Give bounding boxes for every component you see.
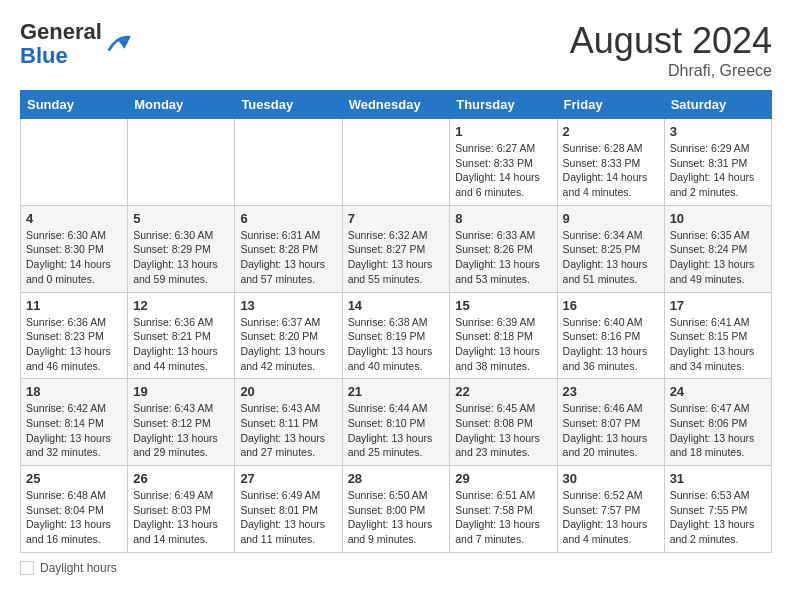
day-info: Sunrise: 6:49 AM Sunset: 8:01 PM Dayligh… <box>240 488 336 547</box>
day-number: 17 <box>670 298 766 313</box>
page-header: General Blue August 2024 Dhrafi, Greece <box>20 20 772 80</box>
month-year: August 2024 <box>570 20 772 62</box>
day-number: 31 <box>670 471 766 486</box>
day-number: 27 <box>240 471 336 486</box>
calendar-cell: 2Sunrise: 6:28 AM Sunset: 8:33 PM Daylig… <box>557 119 664 206</box>
day-number: 5 <box>133 211 229 226</box>
day-info: Sunrise: 6:37 AM Sunset: 8:20 PM Dayligh… <box>240 315 336 374</box>
day-info: Sunrise: 6:36 AM Sunset: 8:23 PM Dayligh… <box>26 315 122 374</box>
day-number: 11 <box>26 298 122 313</box>
daylight-legend-box <box>20 561 34 575</box>
day-number: 26 <box>133 471 229 486</box>
day-info: Sunrise: 6:42 AM Sunset: 8:14 PM Dayligh… <box>26 401 122 460</box>
calendar-cell: 7Sunrise: 6:32 AM Sunset: 8:27 PM Daylig… <box>342 205 450 292</box>
logo-general: General <box>20 19 102 44</box>
calendar-cell: 15Sunrise: 6:39 AM Sunset: 8:18 PM Dayli… <box>450 292 557 379</box>
day-number: 19 <box>133 384 229 399</box>
day-number: 7 <box>348 211 445 226</box>
calendar-week-row: 25Sunrise: 6:48 AM Sunset: 8:04 PM Dayli… <box>21 466 772 553</box>
calendar-cell: 10Sunrise: 6:35 AM Sunset: 8:24 PM Dayli… <box>664 205 771 292</box>
calendar-cell: 11Sunrise: 6:36 AM Sunset: 8:23 PM Dayli… <box>21 292 128 379</box>
day-header-monday: Monday <box>128 91 235 119</box>
calendar-cell: 12Sunrise: 6:36 AM Sunset: 8:21 PM Dayli… <box>128 292 235 379</box>
day-info: Sunrise: 6:50 AM Sunset: 8:00 PM Dayligh… <box>348 488 445 547</box>
day-info: Sunrise: 6:53 AM Sunset: 7:55 PM Dayligh… <box>670 488 766 547</box>
day-info: Sunrise: 6:30 AM Sunset: 8:29 PM Dayligh… <box>133 228 229 287</box>
day-info: Sunrise: 6:43 AM Sunset: 8:11 PM Dayligh… <box>240 401 336 460</box>
calendar-cell: 27Sunrise: 6:49 AM Sunset: 8:01 PM Dayli… <box>235 466 342 553</box>
day-header-tuesday: Tuesday <box>235 91 342 119</box>
day-info: Sunrise: 6:28 AM Sunset: 8:33 PM Dayligh… <box>563 141 659 200</box>
day-info: Sunrise: 6:27 AM Sunset: 8:33 PM Dayligh… <box>455 141 551 200</box>
calendar-cell: 30Sunrise: 6:52 AM Sunset: 7:57 PM Dayli… <box>557 466 664 553</box>
day-number: 21 <box>348 384 445 399</box>
day-number: 30 <box>563 471 659 486</box>
day-number: 6 <box>240 211 336 226</box>
calendar-week-row: 18Sunrise: 6:42 AM Sunset: 8:14 PM Dayli… <box>21 379 772 466</box>
day-number: 4 <box>26 211 122 226</box>
calendar-cell <box>235 119 342 206</box>
calendar-cell: 3Sunrise: 6:29 AM Sunset: 8:31 PM Daylig… <box>664 119 771 206</box>
day-info: Sunrise: 6:44 AM Sunset: 8:10 PM Dayligh… <box>348 401 445 460</box>
day-info: Sunrise: 6:43 AM Sunset: 8:12 PM Dayligh… <box>133 401 229 460</box>
day-info: Sunrise: 6:36 AM Sunset: 8:21 PM Dayligh… <box>133 315 229 374</box>
day-number: 14 <box>348 298 445 313</box>
calendar-cell: 16Sunrise: 6:40 AM Sunset: 8:16 PM Dayli… <box>557 292 664 379</box>
location: Dhrafi, Greece <box>570 62 772 80</box>
day-number: 1 <box>455 124 551 139</box>
day-number: 10 <box>670 211 766 226</box>
day-number: 24 <box>670 384 766 399</box>
day-number: 2 <box>563 124 659 139</box>
calendar-cell: 20Sunrise: 6:43 AM Sunset: 8:11 PM Dayli… <box>235 379 342 466</box>
calendar-cell: 4Sunrise: 6:30 AM Sunset: 8:30 PM Daylig… <box>21 205 128 292</box>
day-number: 9 <box>563 211 659 226</box>
calendar-cell: 25Sunrise: 6:48 AM Sunset: 8:04 PM Dayli… <box>21 466 128 553</box>
title-block: August 2024 Dhrafi, Greece <box>570 20 772 80</box>
day-info: Sunrise: 6:30 AM Sunset: 8:30 PM Dayligh… <box>26 228 122 287</box>
calendar-cell: 6Sunrise: 6:31 AM Sunset: 8:28 PM Daylig… <box>235 205 342 292</box>
day-info: Sunrise: 6:38 AM Sunset: 8:19 PM Dayligh… <box>348 315 445 374</box>
day-info: Sunrise: 6:33 AM Sunset: 8:26 PM Dayligh… <box>455 228 551 287</box>
calendar-cell <box>21 119 128 206</box>
day-number: 23 <box>563 384 659 399</box>
footer: Daylight hours <box>20 561 772 575</box>
day-info: Sunrise: 6:41 AM Sunset: 8:15 PM Dayligh… <box>670 315 766 374</box>
day-number: 18 <box>26 384 122 399</box>
calendar-cell: 29Sunrise: 6:51 AM Sunset: 7:58 PM Dayli… <box>450 466 557 553</box>
calendar-cell: 26Sunrise: 6:49 AM Sunset: 8:03 PM Dayli… <box>128 466 235 553</box>
day-info: Sunrise: 6:51 AM Sunset: 7:58 PM Dayligh… <box>455 488 551 547</box>
calendar-cell: 24Sunrise: 6:47 AM Sunset: 8:06 PM Dayli… <box>664 379 771 466</box>
day-info: Sunrise: 6:45 AM Sunset: 8:08 PM Dayligh… <box>455 401 551 460</box>
calendar-cell: 13Sunrise: 6:37 AM Sunset: 8:20 PM Dayli… <box>235 292 342 379</box>
logo-icon <box>104 30 132 58</box>
calendar-cell: 1Sunrise: 6:27 AM Sunset: 8:33 PM Daylig… <box>450 119 557 206</box>
day-info: Sunrise: 6:32 AM Sunset: 8:27 PM Dayligh… <box>348 228 445 287</box>
day-number: 28 <box>348 471 445 486</box>
day-number: 12 <box>133 298 229 313</box>
day-info: Sunrise: 6:39 AM Sunset: 8:18 PM Dayligh… <box>455 315 551 374</box>
day-number: 16 <box>563 298 659 313</box>
calendar-cell <box>342 119 450 206</box>
calendar-cell: 23Sunrise: 6:46 AM Sunset: 8:07 PM Dayli… <box>557 379 664 466</box>
calendar-cell: 9Sunrise: 6:34 AM Sunset: 8:25 PM Daylig… <box>557 205 664 292</box>
calendar-header-row: SundayMondayTuesdayWednesdayThursdayFrid… <box>21 91 772 119</box>
calendar-cell: 21Sunrise: 6:44 AM Sunset: 8:10 PM Dayli… <box>342 379 450 466</box>
day-number: 29 <box>455 471 551 486</box>
day-number: 8 <box>455 211 551 226</box>
daylight-label: Daylight hours <box>40 561 117 575</box>
day-info: Sunrise: 6:40 AM Sunset: 8:16 PM Dayligh… <box>563 315 659 374</box>
day-header-friday: Friday <box>557 91 664 119</box>
calendar-cell: 28Sunrise: 6:50 AM Sunset: 8:00 PM Dayli… <box>342 466 450 553</box>
day-number: 13 <box>240 298 336 313</box>
calendar-cell: 17Sunrise: 6:41 AM Sunset: 8:15 PM Dayli… <box>664 292 771 379</box>
calendar-cell: 8Sunrise: 6:33 AM Sunset: 8:26 PM Daylig… <box>450 205 557 292</box>
calendar-cell: 5Sunrise: 6:30 AM Sunset: 8:29 PM Daylig… <box>128 205 235 292</box>
calendar-table: SundayMondayTuesdayWednesdayThursdayFrid… <box>20 90 772 553</box>
day-number: 15 <box>455 298 551 313</box>
calendar-cell: 22Sunrise: 6:45 AM Sunset: 8:08 PM Dayli… <box>450 379 557 466</box>
calendar-week-row: 1Sunrise: 6:27 AM Sunset: 8:33 PM Daylig… <box>21 119 772 206</box>
day-info: Sunrise: 6:31 AM Sunset: 8:28 PM Dayligh… <box>240 228 336 287</box>
day-info: Sunrise: 6:34 AM Sunset: 8:25 PM Dayligh… <box>563 228 659 287</box>
day-header-thursday: Thursday <box>450 91 557 119</box>
day-info: Sunrise: 6:46 AM Sunset: 8:07 PM Dayligh… <box>563 401 659 460</box>
